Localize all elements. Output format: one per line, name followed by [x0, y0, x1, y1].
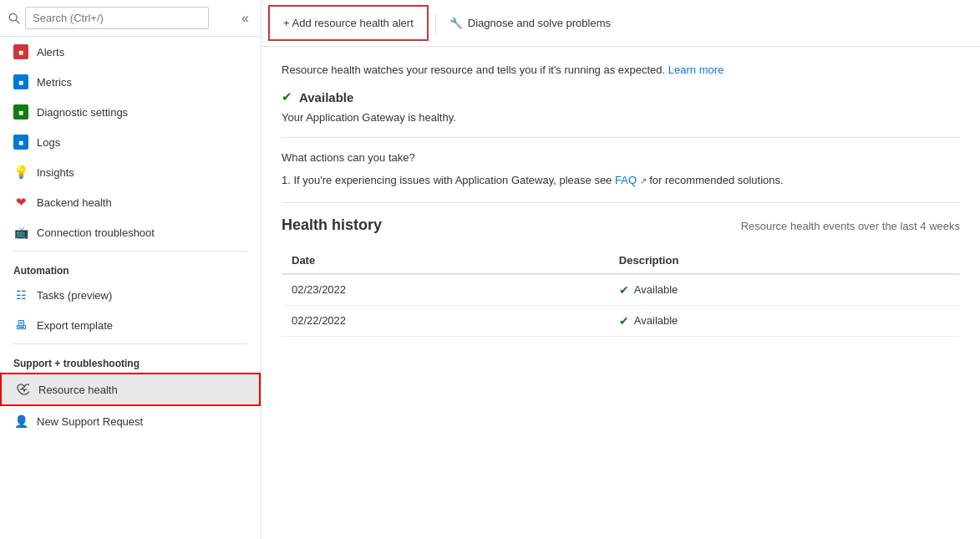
add-resource-health-alert-button[interactable]: + Add resource health alert	[268, 5, 429, 41]
status-label: Available	[299, 90, 353, 104]
sidebar-label-new-support: New Support Request	[37, 415, 143, 428]
health-history-header: Health history Resource health events ov…	[282, 216, 960, 234]
diagnose-button[interactable]: 🔧 Diagnose and solve problems	[436, 7, 624, 39]
logs-icon: ■	[13, 135, 28, 150]
sidebar-item-metrics[interactable]: ■ Metrics	[0, 67, 261, 97]
divider-1	[282, 137, 960, 138]
sidebar-label-resource-health: Resource health	[38, 384, 118, 396]
sidebar-label-diagnostic: Diagnostic settings	[37, 106, 128, 119]
sidebar-label-tasks: Tasks (preview)	[37, 289, 112, 302]
diagnose-label: Diagnose and solve problems	[468, 17, 611, 29]
sidebar-item-tasks[interactable]: ☷ Tasks (preview)	[0, 280, 261, 310]
col-date: Date	[282, 247, 609, 274]
svg-point-0	[9, 13, 17, 21]
content-area: Resource health watches your resource an…	[262, 47, 980, 539]
available-icon: ✔	[282, 89, 292, 104]
support-icon: 👤	[13, 414, 28, 429]
sidebar-item-logs[interactable]: ■ Logs	[0, 127, 261, 157]
status-check-icon: ✔	[619, 314, 629, 328]
insights-icon: 💡	[13, 165, 28, 180]
health-history-subtitle: Resource health events over the last 4 w…	[741, 220, 960, 232]
section-label-support: Support + troubleshooting	[0, 348, 261, 373]
cell-date: 02/23/2022	[282, 274, 609, 306]
sidebar-label-export: Export template	[37, 319, 113, 332]
sidebar-label-insights: Insights	[37, 166, 74, 179]
sidebar-label-backend: Backend health	[37, 196, 112, 209]
status-value: Available	[634, 314, 678, 327]
toolbar: + Add resource health alert 🔧 Diagnose a…	[262, 0, 980, 47]
search-icon	[8, 13, 20, 24]
status-check-icon: ✔	[619, 283, 629, 297]
sidebar-item-export[interactable]: 🖶 Export template	[0, 310, 261, 340]
sidebar-item-connection[interactable]: 📺 Connection troubleshoot	[0, 217, 261, 247]
search-input[interactable]	[25, 7, 209, 29]
divider-automation	[13, 251, 247, 252]
divider-support	[13, 343, 247, 344]
col-description: Description	[609, 247, 960, 274]
cell-status: ✔ Available	[609, 305, 960, 336]
sidebar-label-logs: Logs	[37, 136, 60, 149]
learn-more-link[interactable]: Learn more	[668, 64, 724, 76]
alerts-icon: ■	[13, 44, 28, 59]
sidebar-label-metrics: Metrics	[37, 76, 72, 89]
svg-line-1	[16, 20, 19, 23]
main-content: + Add resource health alert 🔧 Diagnose a…	[262, 0, 980, 539]
status-row: ✔ Available	[282, 89, 960, 104]
health-history-title: Health history	[282, 216, 382, 234]
faq-link[interactable]: FAQ ↗	[615, 174, 649, 186]
cell-status: ✔ Available	[609, 274, 960, 306]
resource-health-icon	[15, 382, 30, 397]
table-row: 02/23/2022 ✔ Available	[282, 274, 960, 306]
description-text: Resource health watches your resource an…	[282, 64, 960, 76]
tasks-icon: ☷	[13, 287, 28, 303]
sidebar-item-resource-health[interactable]: Resource health	[0, 373, 261, 406]
sidebar-nav: ■ Alerts ■ Metrics ■ Diagnostic settings…	[0, 37, 261, 539]
cell-date: 02/22/2022	[282, 305, 609, 336]
wrench-icon: 🔧	[449, 17, 463, 29]
sidebar-label-connection: Connection troubleshoot	[37, 226, 155, 239]
actions-title: What actions can you take?	[282, 151, 960, 164]
table-row: 02/22/2022 ✔ Available	[282, 305, 960, 336]
sidebar-item-backend[interactable]: ❤ Backend health	[0, 187, 261, 217]
sidebar: « ■ Alerts ■ Metrics ■ Diagnostic settin…	[0, 0, 262, 539]
backend-icon: ❤	[13, 195, 28, 210]
health-history-table: Date Description 02/23/2022 ✔ Available …	[282, 247, 960, 337]
status-description: Your Application Gateway is healthy.	[282, 111, 960, 124]
action-item: 1. If you're experiencing issues with Ap…	[282, 172, 960, 189]
connection-icon: 📺	[13, 225, 28, 240]
diagnostic-icon: ■	[13, 104, 28, 119]
sidebar-label-alerts: Alerts	[37, 46, 64, 58]
section-label-automation: Automation	[0, 255, 261, 280]
sidebar-item-new-support[interactable]: 👤 New Support Request	[0, 406, 261, 436]
sidebar-item-alerts[interactable]: ■ Alerts	[0, 37, 261, 67]
export-icon: 🖶	[13, 318, 28, 333]
divider-2	[282, 202, 960, 203]
metrics-icon: ■	[13, 74, 28, 89]
collapse-button[interactable]: «	[238, 8, 252, 29]
search-bar: «	[0, 0, 261, 37]
sidebar-item-insights[interactable]: 💡 Insights	[0, 157, 261, 187]
sidebar-item-diagnostic[interactable]: ■ Diagnostic settings	[0, 97, 261, 127]
status-value: Available	[634, 283, 678, 296]
